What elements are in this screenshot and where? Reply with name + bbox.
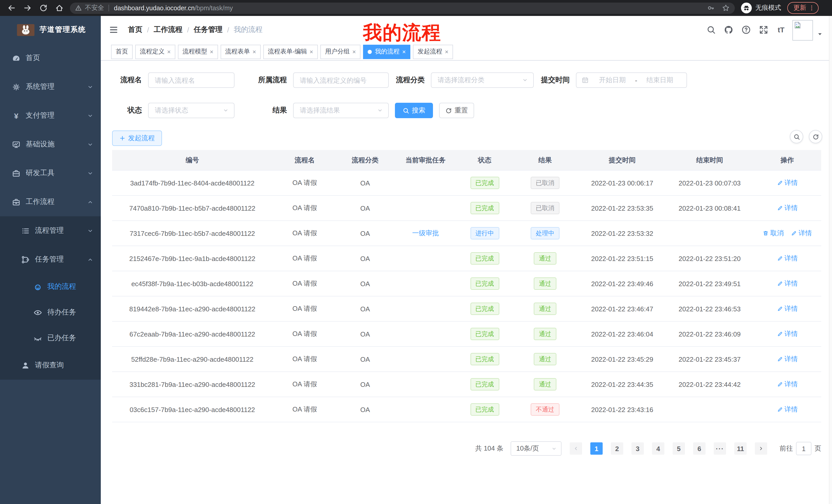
task-link[interactable]: 一级审批 bbox=[412, 229, 439, 237]
process-definition-input[interactable] bbox=[293, 73, 389, 88]
goto-suffix: 页 bbox=[814, 444, 821, 453]
avatar[interactable] bbox=[792, 20, 813, 40]
goto-page-input[interactable] bbox=[796, 442, 811, 455]
breadcrumb-item[interactable]: 工作流程 bbox=[154, 25, 183, 34]
key-icon[interactable] bbox=[707, 4, 715, 12]
page-number-5[interactable]: 5 bbox=[673, 442, 685, 455]
sidebar-item-done-tasks[interactable]: 已办任务 bbox=[0, 325, 101, 351]
page-number-4[interactable]: 4 bbox=[652, 442, 665, 455]
search-icon[interactable] bbox=[706, 25, 716, 34]
close-icon[interactable]: × bbox=[253, 49, 256, 55]
font-size-icon[interactable]: tT bbox=[777, 25, 786, 34]
create-process-button[interactable]: 发起流程 bbox=[112, 131, 162, 146]
browser-update-button[interactable]: 更新 bbox=[787, 2, 818, 14]
breadcrumb-item[interactable]: 任务管理 bbox=[194, 25, 223, 34]
sidebar-item-leave-query[interactable]: 请假查询 bbox=[0, 351, 101, 380]
question-icon[interactable] bbox=[742, 25, 751, 34]
close-icon[interactable]: × bbox=[445, 49, 448, 55]
detail-action-link[interactable]: 详情 bbox=[777, 203, 798, 213]
refresh-icon bbox=[812, 133, 819, 140]
chevron-down-icon bbox=[87, 170, 94, 176]
close-icon[interactable]: × bbox=[402, 49, 406, 55]
edit-icon bbox=[777, 180, 783, 186]
cancel-action-link[interactable]: 取消 bbox=[762, 229, 784, 238]
detail-action-link[interactable]: 详情 bbox=[777, 355, 798, 364]
tab-流程表单-编辑[interactable]: 流程表单-编辑× bbox=[263, 45, 318, 59]
prev-page-button[interactable] bbox=[570, 442, 582, 455]
breadcrumb-item[interactable]: 首页 bbox=[128, 25, 142, 34]
sidebar-item-infra[interactable]: 基础设施 bbox=[0, 130, 101, 159]
page-number-3[interactable]: 3 bbox=[631, 442, 644, 455]
reset-button[interactable]: 重置 bbox=[439, 103, 474, 118]
sidebar-item-task-mgmt[interactable]: 任务管理 bbox=[0, 245, 101, 274]
caret-down-icon[interactable] bbox=[817, 31, 823, 37]
submit-time-range-picker[interactable]: 开始日期 - 结束日期 bbox=[576, 73, 687, 88]
table-row: 03c6c157-7b9a-11ec-a290-acde48001122OA 请… bbox=[112, 397, 821, 422]
hamburger-icon[interactable] bbox=[109, 25, 118, 34]
close-icon[interactable]: × bbox=[167, 49, 171, 55]
star-icon[interactable] bbox=[722, 4, 730, 12]
sidebar-item-system[interactable]: 系统管理 bbox=[0, 73, 101, 101]
tab-用户分组[interactable]: 用户分组× bbox=[320, 45, 361, 59]
show-search-toggle-button[interactable] bbox=[790, 130, 803, 143]
detail-action-link[interactable]: 详情 bbox=[777, 254, 798, 263]
table-header-row: 编号流程名流程分类当前审批任务状态结果提交时间结束时间操作 bbox=[112, 150, 821, 171]
page-size-select[interactable]: 10条/页 bbox=[511, 441, 562, 456]
detail-action-link[interactable]: 详情 bbox=[777, 380, 798, 389]
page-content: 流程名 所属流程 流程分类 请选择流程分类 bbox=[101, 61, 832, 504]
back-icon[interactable] bbox=[7, 4, 16, 12]
github-icon[interactable] bbox=[724, 25, 733, 34]
close-icon[interactable]: × bbox=[352, 49, 356, 55]
table-row: 7317cec6-7b9b-11ec-b5b7-acde48001122OA 请… bbox=[112, 221, 821, 246]
detail-action-link[interactable]: 详情 bbox=[777, 304, 798, 313]
more-pages-ellipsis[interactable]: ··· bbox=[714, 442, 726, 455]
sidebar-item-workflow[interactable]: 工作流程 bbox=[0, 188, 101, 216]
status-badge: 已完成 bbox=[470, 277, 499, 290]
edit-icon bbox=[777, 407, 783, 413]
next-page-button[interactable] bbox=[755, 442, 767, 455]
detail-action-link[interactable]: 详情 bbox=[777, 178, 798, 188]
kebab-menu-icon[interactable] bbox=[808, 5, 815, 11]
tab-流程定义[interactable]: 流程定义× bbox=[135, 45, 175, 59]
sidebar-item-process-mgmt[interactable]: 流程管理 bbox=[0, 216, 101, 245]
search-button[interactable]: 搜索 bbox=[395, 103, 433, 118]
tab-流程模型[interactable]: 流程模型× bbox=[178, 45, 218, 59]
page-number-2[interactable]: 2 bbox=[611, 442, 623, 455]
detail-action-link[interactable]: 详情 bbox=[777, 279, 798, 288]
detail-action-link[interactable]: 详情 bbox=[791, 229, 812, 238]
logo-bar[interactable]: 芋道管理系统 bbox=[0, 16, 101, 44]
page-number-1[interactable]: 1 bbox=[590, 442, 603, 455]
status-select[interactable]: 请选择状态 bbox=[148, 103, 234, 118]
sidebar-item-devtools[interactable]: 研发工具 bbox=[0, 159, 101, 188]
scrollbar[interactable] bbox=[829, 16, 832, 504]
page-number-11[interactable]: 11 bbox=[734, 442, 747, 455]
tab-首页[interactable]: 首页 bbox=[111, 45, 133, 59]
detail-action-link[interactable]: 详情 bbox=[777, 405, 798, 414]
cell-name: OA 请假 bbox=[272, 229, 337, 238]
tab-我的流程[interactable]: 我的流程× bbox=[363, 45, 410, 59]
cell-submit-time: 2022-01-23 00:06:17 bbox=[578, 179, 666, 187]
tab-发起流程[interactable]: 发起流程× bbox=[413, 45, 453, 59]
result-select[interactable]: 请选择流结果 bbox=[293, 103, 389, 118]
cell-name: OA 请假 bbox=[272, 380, 337, 389]
cell-end-time: 2022-01-22 23:51:20 bbox=[666, 255, 753, 262]
detail-action-link[interactable]: 详情 bbox=[777, 329, 798, 339]
tags-view-bar: 首页流程定义×流程模型×流程表单×流程表单-编辑×用户分组×我的流程×发起流程× bbox=[101, 43, 832, 61]
process-name-input[interactable] bbox=[148, 73, 234, 88]
sidebar-item-payment[interactable]: ¥支付管理 bbox=[0, 101, 101, 130]
cell-category: OA bbox=[337, 280, 393, 287]
fullscreen-icon[interactable] bbox=[759, 25, 768, 34]
sidebar-item-todo-tasks[interactable]: 待办任务 bbox=[0, 300, 101, 325]
close-icon[interactable]: × bbox=[310, 49, 313, 55]
home-icon[interactable] bbox=[55, 4, 64, 12]
sidebar-item-my-process[interactable]: 我的流程 bbox=[0, 274, 101, 300]
refresh-table-button[interactable] bbox=[809, 130, 822, 143]
tab-流程表单[interactable]: 流程表单× bbox=[220, 45, 261, 59]
reload-icon[interactable] bbox=[39, 4, 48, 12]
forward-icon[interactable] bbox=[23, 4, 32, 12]
page-number-6[interactable]: 6 bbox=[693, 442, 705, 455]
close-icon[interactable]: × bbox=[210, 49, 213, 55]
sidebar-item-home[interactable]: 首页 bbox=[0, 44, 101, 73]
category-select[interactable]: 请选择流程分类 bbox=[431, 73, 534, 88]
address-bar[interactable]: 不安全 dashboard.yudao.iocoder.cn/bpm/task/… bbox=[70, 2, 735, 13]
